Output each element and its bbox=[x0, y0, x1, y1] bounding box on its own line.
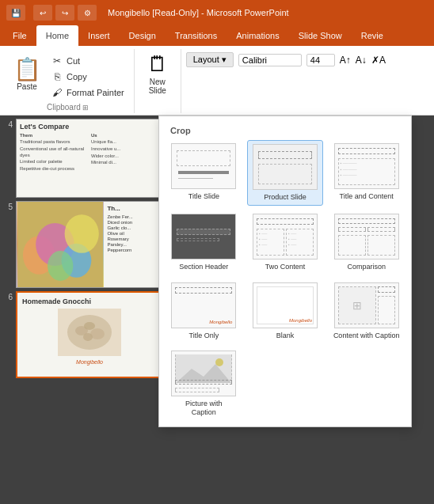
new-slide-label: NewSlide bbox=[149, 78, 166, 95]
new-slide-group: 🗒 NewSlide bbox=[135, 49, 181, 113]
tab-home[interactable]: Home bbox=[36, 25, 78, 46]
pwc-caption-title bbox=[175, 380, 232, 385]
layout-preview-comparison bbox=[334, 214, 399, 260]
to-title-line bbox=[175, 287, 232, 294]
slide-number-6: 6 bbox=[3, 291, 13, 301]
slide-number-5: 5 bbox=[3, 201, 13, 211]
slide4-col1-header: Them bbox=[20, 133, 88, 138]
comp-right-body bbox=[367, 235, 395, 256]
ts-line2 bbox=[178, 178, 213, 179]
format-top-bar: Layout ▾ A↑ A↓ ✗A bbox=[186, 51, 428, 69]
undo-button[interactable]: ↩ bbox=[33, 5, 52, 21]
slide5-title: Th... bbox=[107, 205, 159, 212]
layout-preview-picture-caption bbox=[171, 351, 236, 396]
layout-name-blank: Blank bbox=[276, 332, 295, 340]
decrease-font-icon[interactable]: A↓ bbox=[356, 55, 367, 66]
app-title: Mongibello [Read-Only] - Microsoft Power… bbox=[108, 8, 289, 17]
slide5-text: Th... Zenbe Fer... Diced onion Garlic cl… bbox=[104, 202, 162, 287]
tac-body: ▪ ───── ▪ ───── ▪ ───── bbox=[338, 158, 395, 185]
layout-option-content-caption[interactable]: ⊞ Content with Caption bbox=[328, 279, 405, 343]
font-size-input[interactable] bbox=[306, 54, 335, 66]
copy-button[interactable]: ⎘ Copy bbox=[48, 70, 128, 84]
slide-item-5[interactable]: 5 Th... Zen bbox=[3, 201, 163, 288]
svg-point-10 bbox=[84, 322, 95, 330]
ribbon-tabs: File Home Insert Design Transitions Anim… bbox=[0, 25, 434, 46]
layout-option-section-header[interactable]: Section Header bbox=[166, 210, 242, 275]
layout-preview-product-slide bbox=[253, 144, 318, 190]
two-title-line bbox=[257, 218, 314, 225]
comp-right-header bbox=[367, 227, 395, 232]
slide4-col1-item4: Repetitive die-cut process bbox=[20, 166, 88, 172]
layout-option-title-slide[interactable]: Title Slide bbox=[166, 140, 242, 206]
slide-item-6[interactable]: 6 Homemade Gnocchi bbox=[3, 291, 163, 378]
font-name-input[interactable] bbox=[238, 54, 302, 66]
customize-qat-button[interactable]: ⚙ bbox=[78, 5, 97, 21]
tab-transitions[interactable]: Transitions bbox=[166, 25, 227, 46]
two-left: ▪ ──▪ ──▪ ── bbox=[257, 229, 284, 256]
cut-button[interactable]: ✂ Cut bbox=[48, 54, 128, 68]
layout-preview-content-caption: ⊞ bbox=[334, 282, 399, 328]
slide4-col2-item1: Unique fla... bbox=[91, 139, 159, 146]
layout-name-comparison: Comparison bbox=[347, 263, 386, 271]
layout-preview-blank: Mongibello bbox=[253, 282, 318, 328]
slide4-table: Them Traditional pasta flavors Conventio… bbox=[20, 133, 159, 173]
layout-preview-section-header bbox=[171, 214, 236, 260]
increase-font-icon[interactable]: A↑ bbox=[340, 55, 351, 66]
clipboard-label: Clipboard ⊞ bbox=[8, 101, 128, 112]
slide-thumb-6[interactable]: Homemade Gnocchi Mongibello bbox=[16, 291, 163, 378]
new-slide-icon: 🗒 bbox=[147, 54, 168, 74]
layout-option-picture-caption[interactable]: Picture withCaption bbox=[166, 347, 242, 420]
slide-thumb-5[interactable]: Th... Zenbe Fer... Diced onion Garlic cl… bbox=[16, 201, 163, 288]
layout-option-title-content[interactable]: ▪ ───── ▪ ───── ▪ ───── Title and Conten… bbox=[328, 140, 405, 206]
layout-name-section-header: Section Header bbox=[179, 263, 228, 271]
slide4-col2-item4: Minimal di... bbox=[91, 160, 159, 166]
tab-animations[interactable]: Animations bbox=[227, 25, 288, 46]
layout-option-title-only[interactable]: Mongibello Title Only bbox=[166, 279, 242, 343]
main-area: 4 Let's Compare Them Traditional pasta f… bbox=[0, 116, 434, 504]
paste-icon: 📋 bbox=[13, 56, 41, 82]
new-slide-button[interactable]: 🗒 bbox=[141, 52, 174, 76]
slide6-image bbox=[58, 309, 121, 356]
redo-button[interactable]: ↪ bbox=[55, 5, 74, 21]
pwc-image-area bbox=[175, 354, 232, 383]
tab-slideshow[interactable]: Slide Show bbox=[289, 25, 352, 46]
tab-design[interactable]: Design bbox=[120, 25, 166, 46]
layout-option-two-content[interactable]: ▪ ──▪ ──▪ ── ▪ ──▪ ──▪ ── Two Content bbox=[247, 210, 324, 275]
layout-name-title-only: Title Only bbox=[188, 332, 219, 340]
title-slide-dashes bbox=[177, 150, 230, 166]
slide4-col1-item1: Traditional pasta flavors bbox=[20, 139, 88, 146]
format-painter-button[interactable]: 🖌 Format Painter bbox=[48, 85, 128, 100]
product-body-line bbox=[258, 164, 312, 184]
tab-file[interactable]: File bbox=[3, 25, 36, 46]
layout-grid: Title Slide Product Slide ▪ ───── ▪ bbox=[166, 140, 405, 420]
cwc-big-area: ⊞ bbox=[338, 286, 376, 324]
layout-option-comparison[interactable]: Comparison bbox=[328, 210, 405, 275]
save-icon[interactable]: 💾 bbox=[6, 5, 25, 21]
slide-item-4[interactable]: 4 Let's Compare Them Traditional pasta f… bbox=[3, 119, 163, 198]
svg-point-5 bbox=[48, 251, 73, 281]
clipboard-expand-icon[interactable]: ⊞ bbox=[82, 104, 89, 112]
copy-icon: ⎘ bbox=[51, 71, 63, 82]
slide6-brand: Mongibello bbox=[22, 359, 157, 365]
pwc-caption-body bbox=[175, 388, 219, 392]
layout-preview-title-content: ▪ ───── ▪ ───── ▪ ───── bbox=[334, 143, 399, 189]
layout-option-blank[interactable]: Mongibello Blank bbox=[247, 279, 324, 343]
tab-insert[interactable]: Insert bbox=[78, 25, 120, 46]
slide6-title: Homemade Gnocchi bbox=[22, 297, 157, 305]
slide4-title: Let's Compare bbox=[20, 123, 159, 131]
slide-thumb-4[interactable]: Let's Compare Them Traditional pasta fla… bbox=[16, 119, 163, 198]
to-brand: Mongibello bbox=[209, 320, 232, 324]
layout-option-product-slide[interactable]: Product Slide bbox=[247, 140, 324, 206]
slide5-image bbox=[17, 202, 104, 287]
clear-format-icon[interactable]: ✗A bbox=[371, 55, 386, 66]
paste-button[interactable]: 📋 Paste bbox=[8, 51, 46, 97]
section-title-line bbox=[177, 229, 230, 235]
comp-left-header bbox=[338, 227, 366, 232]
slide4-col2-header: Us bbox=[91, 133, 159, 138]
layout-dropdown-button[interactable]: Layout ▾ bbox=[186, 52, 234, 67]
title-bar: 💾 ↩ ↪ ⚙ Mongibello [Read-Only] - Microso… bbox=[0, 0, 434, 25]
format-group: Layout ▾ A↑ A↓ ✗A bbox=[181, 49, 432, 113]
paste-label: Paste bbox=[17, 82, 37, 91]
product-title-line bbox=[258, 151, 312, 159]
tab-review[interactable]: Revie bbox=[352, 25, 393, 46]
